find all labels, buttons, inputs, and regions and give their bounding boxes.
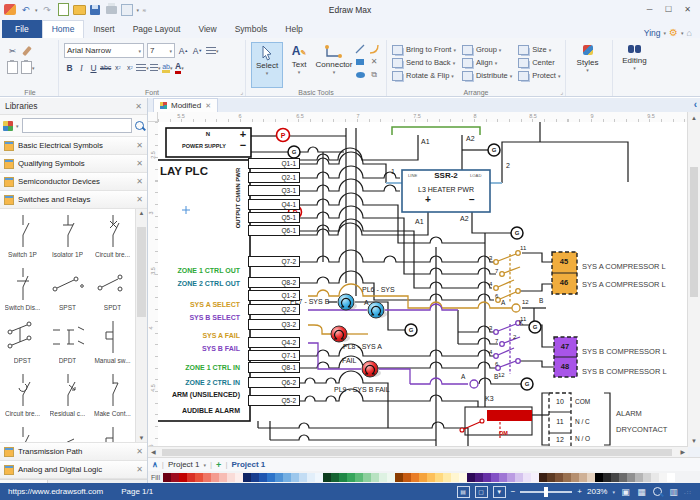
- arrange-distribute[interactable]: Distribute▾: [462, 69, 512, 82]
- fill-swatch[interactable]: [531, 473, 539, 482]
- zoom-out-icon[interactable]: −: [511, 487, 516, 496]
- fill-swatch[interactable]: [603, 473, 611, 482]
- qat-more-icon[interactable]: ≂: [142, 7, 146, 13]
- zoom-slider-thumb[interactable]: [544, 487, 548, 497]
- library-close-icon[interactable]: ✕: [136, 447, 143, 456]
- arrange-center[interactable]: Center: [518, 56, 560, 69]
- arrange-align[interactable]: Align▾: [462, 56, 512, 69]
- symbols-scrollbar[interactable]: ▲ ▼: [135, 209, 147, 442]
- font-color-icon[interactable]: A▾: [174, 61, 185, 74]
- fill-swatch[interactable]: [203, 473, 211, 482]
- library-search-input[interactable]: [22, 118, 132, 133]
- fill-swatch[interactable]: [299, 473, 307, 482]
- scroll-down-icon[interactable]: ▼: [691, 436, 697, 446]
- fill-swatch[interactable]: [443, 473, 451, 482]
- scroll-up-icon[interactable]: ▲: [136, 210, 147, 216]
- fill-swatch[interactable]: [467, 473, 475, 482]
- symbol-make-cont-[interactable]: Make Cont...: [90, 370, 135, 423]
- arrange-dialog-launcher-icon[interactable]: ⌟: [560, 88, 563, 95]
- crop-icon[interactable]: ⧉: [367, 68, 381, 81]
- fill-swatch[interactable]: [179, 473, 187, 482]
- libraries-close-icon[interactable]: ✕: [135, 102, 142, 111]
- editing-button[interactable]: Editing▾: [618, 42, 651, 88]
- menu-tab-symbols[interactable]: Symbols: [226, 20, 277, 38]
- fill-swatch[interactable]: [355, 473, 363, 482]
- user-name[interactable]: Ying: [644, 28, 661, 38]
- fill-swatch[interactable]: [267, 473, 275, 482]
- fill-swatch[interactable]: [483, 473, 491, 482]
- fill-swatch[interactable]: [195, 473, 203, 482]
- fill-swatch[interactable]: [363, 473, 371, 482]
- fill-swatch[interactable]: [251, 473, 259, 482]
- fill-swatch[interactable]: [403, 473, 411, 482]
- vertical-scrollbar[interactable]: ▲ ▼: [687, 112, 700, 447]
- fill-swatch[interactable]: [595, 473, 603, 482]
- bullet-list-icon[interactable]: ▾: [150, 61, 161, 74]
- fill-swatch[interactable]: [611, 473, 619, 482]
- arrange-size[interactable]: Size▾: [518, 43, 560, 56]
- fill-swatch[interactable]: [379, 473, 387, 482]
- library-group-analog-and-digital-logic[interactable]: Analog and Digital Logic✕: [0, 461, 147, 479]
- document-tab-close-icon[interactable]: ✕: [205, 102, 211, 110]
- text-align-icon[interactable]: ▾: [206, 44, 219, 57]
- fill-swatch[interactable]: [459, 473, 467, 482]
- fill-swatch[interactable]: [339, 473, 347, 482]
- line-shape-icon[interactable]: [353, 42, 367, 55]
- maximize-button[interactable]: ☐: [660, 3, 677, 17]
- fill-swatch[interactable]: [523, 473, 531, 482]
- cut-icon[interactable]: ✂: [7, 44, 18, 57]
- fill-swatch[interactable]: [259, 473, 267, 482]
- font-family-select[interactable]: Arial Narrow▾: [64, 43, 144, 58]
- symbol-partial[interactable]: [0, 423, 45, 443]
- page-selector[interactable]: Project 1: [168, 460, 200, 469]
- arrange-send-to-back[interactable]: Send to Back▾: [392, 56, 456, 69]
- pagebar-collapse-icon[interactable]: ∧: [152, 460, 158, 469]
- fill-swatch[interactable]: [507, 473, 515, 482]
- fill-swatch[interactable]: [371, 473, 379, 482]
- library-close-icon[interactable]: ✕: [136, 159, 143, 168]
- menu-tab-file[interactable]: File: [2, 20, 42, 38]
- symbol-partial[interactable]: [45, 423, 90, 443]
- fill-swatch[interactable]: [211, 473, 219, 482]
- library-close-icon[interactable]: ✕: [136, 465, 143, 474]
- zoom-level[interactable]: 203%: [587, 487, 607, 496]
- gear-icon[interactable]: ⚙: [669, 27, 678, 38]
- symbol-spdt[interactable]: SPDT: [90, 264, 135, 317]
- fill-swatch[interactable]: [499, 473, 507, 482]
- collapse-right-panel-icon[interactable]: ‹: [694, 98, 697, 111]
- symbol-circuit-bre-[interactable]: Circuit bre...: [90, 211, 135, 264]
- presentation-view-icon[interactable]: ▼: [493, 486, 506, 498]
- scroll-right-icon[interactable]: ▶: [680, 447, 685, 457]
- search-icon[interactable]: [135, 121, 144, 130]
- strikethrough-icon[interactable]: abc: [100, 61, 111, 74]
- symbol-isolator-1p[interactable]: Isolator 1P: [45, 211, 90, 264]
- save-icon[interactable]: [89, 4, 102, 16]
- menu-tab-view[interactable]: View: [189, 20, 225, 38]
- fill-swatch[interactable]: [571, 473, 579, 482]
- library-close-icon[interactable]: ✕: [136, 141, 143, 150]
- fill-swatch[interactable]: [323, 473, 331, 482]
- superscript-icon[interactable]: x2: [124, 61, 135, 74]
- fill-swatch[interactable]: [395, 473, 403, 482]
- select-tool-button[interactable]: Select▾: [251, 42, 283, 88]
- grid-icon[interactable]: ▦: [636, 487, 647, 497]
- arrange-protect[interactable]: Protect▾: [518, 69, 560, 82]
- fill-swatch[interactable]: [291, 473, 299, 482]
- page-tab-project1[interactable]: Project 1: [231, 460, 265, 469]
- paste-icon[interactable]: [7, 61, 18, 74]
- zoom-slider[interactable]: [520, 491, 572, 493]
- menu-tab-home[interactable]: Home: [42, 20, 85, 38]
- library-group-basic-electrical-symbols[interactable]: Basic Electrical Symbols✕: [0, 137, 147, 155]
- fill-swatch[interactable]: [635, 473, 643, 482]
- user-caret-icon[interactable]: ▾: [664, 30, 667, 36]
- symbol-spst[interactable]: SPST: [45, 264, 90, 317]
- drawing-canvas[interactable]: NPOWER SUPPLY+−LAY PLCOUTPUT CMMN PWRPGG…: [158, 122, 688, 447]
- minimize-button[interactable]: ─: [641, 3, 658, 17]
- close-button[interactable]: ✕: [679, 3, 696, 17]
- page-view-icon[interactable]: ▢: [475, 486, 488, 498]
- fill-swatch[interactable]: [579, 473, 587, 482]
- fill-swatch[interactable]: [587, 473, 595, 482]
- add-page-icon[interactable]: +: [216, 460, 221, 470]
- fill-swatch[interactable]: [411, 473, 419, 482]
- subscript-icon[interactable]: x2: [112, 61, 123, 74]
